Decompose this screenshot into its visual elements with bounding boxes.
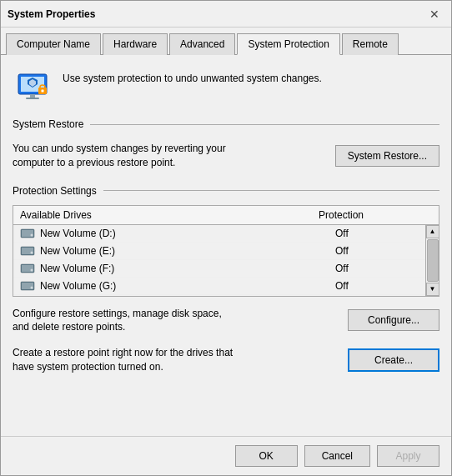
scroll-up-arrow[interactable]: ▲ [426, 225, 439, 238]
drive-icon [20, 228, 35, 239]
title-bar: System Properties ✕ [1, 1, 451, 28]
restore-content: You can undo system changes by reverting… [13, 138, 439, 173]
svg-rect-5 [26, 98, 39, 99]
tab-advanced[interactable]: Advanced [169, 33, 235, 55]
drive-name: New Volume (F:) [40, 263, 335, 274]
protection-divider [103, 190, 439, 191]
configure-button[interactable]: Configure... [348, 309, 439, 331]
restore-section: System Restore You can undo system chang… [13, 118, 439, 173]
drive-icon [20, 263, 35, 274]
cancel-button[interactable]: Cancel [304, 445, 370, 467]
configure-description: Configure restore settings, manage disk … [13, 307, 238, 335]
restore-divider [90, 124, 439, 125]
shield-icon [13, 67, 53, 107]
system-properties-window: System Properties ✕ Computer Name Hardwa… [0, 0, 452, 476]
drive-protection: Off [335, 228, 419, 239]
create-button[interactable]: Create... [348, 348, 439, 372]
col-scroll-spacer [419, 209, 432, 221]
drive-protection: Off [335, 245, 419, 257]
scroll-down-arrow[interactable]: ▼ [426, 283, 439, 296]
create-description: Create a restore point right now for the… [13, 346, 238, 374]
scroll-thumb[interactable] [427, 239, 439, 282]
table-row[interactable]: New Volume (E:) Off [13, 243, 425, 260]
tab-bar: Computer Name Hardware Advanced System P… [1, 28, 451, 55]
svg-point-20 [31, 286, 33, 288]
drive-name: New Volume (G:) [40, 280, 335, 292]
tab-content: Use system protection to undo unwanted s… [1, 55, 451, 436]
info-section: Use system protection to undo unwanted s… [13, 67, 439, 107]
protection-label: Protection Settings [13, 185, 97, 197]
svg-rect-4 [30, 94, 35, 98]
table-row[interactable]: New Volume (D:) Off [13, 225, 425, 243]
svg-point-11 [31, 233, 33, 236]
table-row[interactable]: New Volume (F:) Off [13, 260, 425, 278]
drive-icon [20, 245, 35, 257]
protection-header: Protection Settings [13, 185, 439, 197]
close-button[interactable]: ✕ [424, 4, 444, 24]
tab-computer-name[interactable]: Computer Name [6, 33, 101, 55]
svg-rect-8 [42, 90, 44, 93]
protection-section: Protection Settings Available Drives Pro… [13, 185, 439, 436]
drives-list[interactable]: New Volume (D:) Off New Volume (E:) Off [13, 225, 425, 296]
bottom-bar: OK Cancel Apply [1, 436, 451, 475]
drive-name: New Volume (D:) [40, 228, 335, 239]
drive-icon [20, 280, 35, 292]
window-title: System Properties [8, 8, 95, 20]
system-restore-button[interactable]: System Restore... [335, 145, 439, 167]
tab-system-protection[interactable]: System Protection [237, 33, 339, 55]
col-protection-header: Protection [319, 209, 419, 221]
restore-header: System Restore [13, 118, 439, 130]
svg-point-17 [31, 268, 33, 271]
ok-button[interactable]: OK [235, 445, 298, 467]
table-row[interactable]: New Volume (G:) Off [13, 278, 425, 295]
drive-name: New Volume (E:) [40, 245, 335, 257]
apply-button[interactable]: Apply [377, 445, 439, 467]
tab-hardware[interactable]: Hardware [103, 33, 168, 55]
svg-point-14 [31, 251, 33, 253]
drives-table-header: Available Drives Protection [13, 206, 439, 225]
col-drive-header: Available Drives [20, 209, 319, 221]
configure-section: Configure restore settings, manage disk … [13, 307, 439, 335]
drive-protection: Off [335, 263, 419, 274]
scrollbar[interactable]: ▲ ▼ [425, 225, 439, 296]
drives-table-body: New Volume (D:) Off New Volume (E:) Off [13, 225, 439, 296]
restore-description: You can undo system changes by reverting… [13, 142, 238, 170]
info-text: Use system protection to undo unwanted s… [63, 67, 322, 86]
drive-protection: Off [335, 280, 419, 292]
tab-remote[interactable]: Remote [342, 33, 399, 55]
drives-table: Available Drives Protection New Volume (… [13, 205, 439, 297]
create-section: Create a restore point right now for the… [13, 346, 439, 374]
restore-label: System Restore [13, 118, 83, 130]
